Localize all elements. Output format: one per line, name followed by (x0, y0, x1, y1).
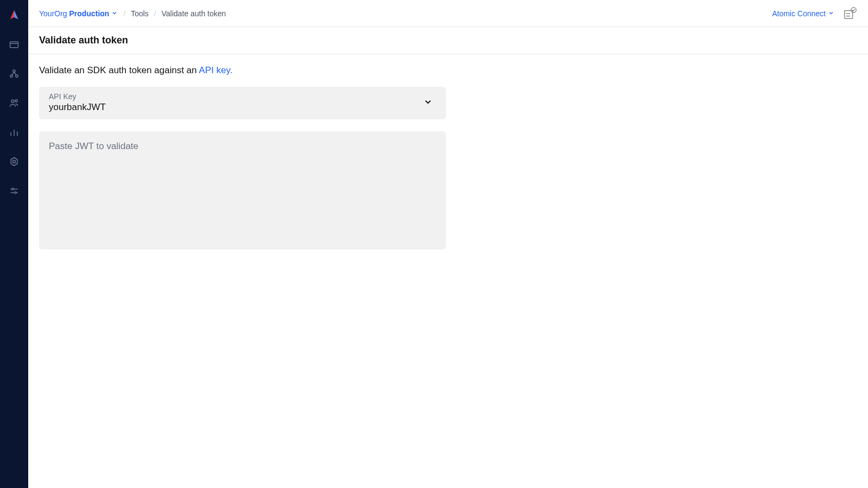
api-key-select[interactable]: API Key yourbankJWT (39, 87, 446, 119)
chevron-down-icon (423, 97, 433, 109)
svg-point-2 (13, 70, 15, 72)
page-title: Validate auth token (39, 35, 857, 46)
breadcrumb-org[interactable]: YourOrg Production (39, 9, 118, 18)
svg-point-15 (15, 192, 16, 194)
svg-point-13 (12, 188, 14, 190)
analytics-icon[interactable] (8, 126, 21, 139)
breadcrumb-env-label: Production (69, 9, 110, 18)
svg-marker-10 (11, 158, 17, 166)
svg-point-5 (11, 100, 14, 102)
topbar: YourOrg Production / Tools / Validate au… (28, 0, 868, 27)
api-key-select-value: yourbankJWT (49, 102, 436, 113)
status-checklist-icon[interactable] (843, 7, 857, 21)
users-icon[interactable] (8, 97, 21, 110)
chevron-down-icon (828, 9, 834, 18)
form-area: API Key yourbankJWT (39, 87, 446, 252)
breadcrumb-tools[interactable]: Tools (131, 9, 149, 18)
chevron-down-icon (111, 10, 118, 16)
settings-icon[interactable] (8, 155, 21, 168)
svg-point-11 (13, 160, 16, 163)
atomic-connect-link[interactable]: Atomic Connect (772, 9, 834, 18)
breadcrumb-separator: / (123, 9, 125, 18)
sidebar (0, 0, 28, 488)
page-content: Validate an SDK auth token against an AP… (28, 54, 868, 262)
logo-icon[interactable] (8, 9, 21, 22)
breadcrumb-current: Validate auth token (162, 9, 226, 18)
page-description: Validate an SDK auth token against an AP… (39, 65, 857, 76)
api-key-link[interactable]: API key. (199, 65, 233, 75)
breadcrumb-separator: / (154, 9, 156, 18)
breadcrumb: YourOrg Production / Tools / Validate au… (39, 9, 226, 18)
svg-point-6 (15, 100, 17, 102)
sliders-icon[interactable] (8, 184, 21, 197)
api-key-select-label: API Key (49, 92, 436, 101)
svg-rect-0 (10, 42, 18, 48)
card-icon[interactable] (8, 38, 21, 51)
breadcrumb-org-label: YourOrg (39, 9, 67, 18)
atomic-connect-label: Atomic Connect (772, 9, 826, 18)
webhook-icon[interactable] (8, 67, 21, 80)
topbar-right: Atomic Connect (772, 7, 857, 21)
description-text: Validate an SDK auth token against an (39, 65, 199, 75)
jwt-input[interactable] (39, 131, 446, 249)
main-content: YourOrg Production / Tools / Validate au… (28, 0, 868, 488)
page-title-bar: Validate auth token (28, 27, 868, 54)
